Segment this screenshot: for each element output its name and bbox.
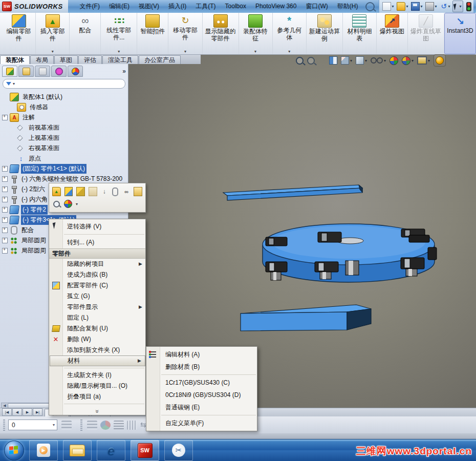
menu-window[interactable]: 窗口(W) [301, 0, 332, 13]
bill-of-materials-button[interactable]: 材料明细表 [343, 13, 377, 54]
zoom-fit-button[interactable] [296, 57, 304, 65]
instant3d-button[interactable]: ↘Instant3D [444, 13, 476, 54]
tab-featuremanager[interactable] [2, 66, 17, 77]
tab-assembly[interactable]: 装配体 [0, 55, 30, 64]
menu-create-new-folder[interactable]: 生成新文件夹 (I) [63, 370, 145, 381]
menu-invert-selection[interactable]: 逆转选择 (V) [63, 220, 145, 233]
save-button[interactable]: ▾ [410, 1, 423, 12]
submenu-edit-material[interactable]: 编辑材料 (A) [160, 348, 257, 361]
insert-components-button[interactable]: ▲插入零部件▾ [36, 13, 70, 54]
print-button[interactable]: ▾ [424, 1, 438, 12]
tab-displaymanager[interactable] [68, 66, 83, 77]
smart-fasteners-button[interactable]: 智能扣件 [137, 13, 168, 54]
traffic-light-icon[interactable] [466, 2, 471, 11]
expand-toggle[interactable] [2, 238, 8, 243]
tree-item-right-plane[interactable]: 右视基准面 [0, 143, 128, 153]
tab-first-button[interactable]: |◀ [2, 408, 12, 416]
reference-geometry-button[interactable]: *参考几何体▾ [273, 13, 307, 54]
expand-toggle[interactable] [2, 176, 8, 182]
section-view-button[interactable] [329, 56, 337, 65]
tab-next-button[interactable]: ▶ [23, 408, 32, 416]
tree-filter-input[interactable]: ▾ [3, 79, 125, 89]
magnify-button[interactable] [318, 59, 326, 62]
menu-hide-show-tree-items[interactable]: 隐藏/显示树项目... (O) [63, 381, 145, 391]
layer-combo[interactable]: 0▾ [8, 420, 57, 430]
tree-item-annotations[interactable]: A注解 [0, 112, 128, 122]
expand-toggle[interactable] [2, 227, 8, 233]
tree-item-assembly-root[interactable]: 装配体1 (默认) [0, 92, 128, 102]
tree-item-part1[interactable]: (固定) 零件1<1> (默认) [0, 163, 128, 174]
expand-toggle[interactable] [2, 207, 8, 213]
tab-prev-button[interactable]: ◀ [12, 408, 22, 416]
menu-file[interactable]: 文件(F) [75, 0, 104, 13]
taskbar-explorer[interactable] [63, 440, 92, 461]
insert-below-icon[interactable]: ↓ [101, 187, 109, 196]
component-properties-icon[interactable] [134, 187, 142, 196]
tree-item-sensors[interactable]: 传感器 [0, 102, 128, 112]
tab-dimxpert[interactable] [51, 66, 67, 77]
zoom-area-button[interactable] [307, 57, 315, 65]
expand-toggle[interactable] [2, 197, 8, 202]
suppress-icon[interactable] [89, 187, 97, 196]
search-icon[interactable] [365, 2, 375, 11]
scroll-left-icon[interactable]: ◀ [2, 404, 8, 408]
tab-last-button[interactable]: ▶| [33, 408, 42, 416]
expand-toggle[interactable] [2, 217, 8, 223]
tab-render-tools[interactable]: 渲染工具 [102, 55, 138, 64]
tab-configurationmanager[interactable] [35, 66, 50, 77]
scrollbar-thumb[interactable] [8, 403, 55, 408]
submenu-remove-material[interactable]: 删除材质 (B) [160, 361, 257, 373]
edit-part-icon[interactable] [64, 187, 73, 196]
menu-copy-with-mates[interactable]: 随配合复制 (U) [63, 323, 145, 334]
submenu-customize-menu[interactable]: 自定义菜单(F) [160, 417, 257, 429]
tab-office-products[interactable]: 办公室产品 [139, 55, 181, 64]
display-style-button[interactable]: ▾ [356, 56, 367, 65]
appearance-dropdown-caret[interactable]: ▾ [76, 202, 78, 206]
hide-show-items-button[interactable]: ▾ [371, 57, 386, 64]
menu-tools[interactable]: 工具(T) [191, 0, 220, 13]
taskbar-solidworks[interactable]: SW [131, 440, 159, 461]
menu-edit[interactable]: 编辑(E) [104, 0, 134, 13]
menu-collapse-items[interactable]: 折叠项目 (a) [63, 391, 145, 402]
menu-toolbox[interactable]: Toolbox [221, 0, 251, 13]
menu-fix[interactable]: 固定 (L) [63, 312, 145, 323]
menu-insert[interactable]: 插入(I) [164, 0, 191, 13]
exploded-view-button[interactable]: ↗爆炸视图 [377, 13, 408, 54]
view-mates-icon[interactable]: ∞ [123, 187, 131, 196]
tab-evaluate[interactable]: 评估 [78, 55, 102, 64]
taskbar-internet-explorer[interactable]: e [97, 440, 125, 461]
expand-toggle[interactable] [2, 115, 8, 120]
menu-photoview[interactable]: PhotoView 360 [251, 0, 301, 13]
panel-overflow-chevron[interactable]: » [122, 68, 126, 75]
linear-pattern-button[interactable]: ∷∷线性零部件...▾ [101, 13, 137, 54]
tab-sketch[interactable]: 草图 [54, 55, 78, 64]
apply-scene-button[interactable]: ▾ [402, 56, 414, 65]
tree-item-top-plane[interactable]: 上视基准面 [0, 133, 128, 143]
submenu-material-0cr18ni9[interactable]: 0Cr18Ni9 (GB)/SUS304 (D) [160, 389, 257, 401]
undo-button[interactable]: ↺▾ [439, 1, 451, 12]
attachment-icon[interactable] [112, 187, 119, 196]
preview-window-button[interactable] [434, 54, 446, 67]
menu-material[interactable]: 材料▶ [50, 355, 145, 366]
menu-component-display[interactable]: 零部件显示▶ [63, 302, 145, 312]
expand-toggle[interactable] [2, 186, 8, 192]
layer-properties-icon[interactable] [61, 421, 72, 430]
select-button[interactable]: ▾ [452, 1, 463, 12]
open-part-icon[interactable]: ▲ [52, 187, 61, 196]
menu-make-virtual[interactable]: 使成为虚拟 (B) [63, 269, 145, 280]
expand-toggle[interactable] [2, 248, 8, 254]
view-orientation-button[interactable]: ▾ [341, 56, 352, 65]
menu-expand-chevron[interactable]: » [49, 406, 145, 414]
zoom-to-selection-icon[interactable] [52, 200, 60, 208]
new-motion-study-button[interactable]: 新建运动算例 [307, 13, 343, 54]
assembly-features-button[interactable]: 装配体特征▾ [239, 13, 273, 54]
menu-delete[interactable]: ✕删除 (W) [63, 334, 145, 345]
open-button[interactable]: ▾ [396, 1, 409, 12]
tree-item-hex-bolt[interactable]: (-) 六角头螺栓全螺纹 GB-T 5783-200 [0, 174, 128, 184]
appearance-icon[interactable] [64, 200, 72, 208]
show-hidden-components-button[interactable]: 显示隐藏的零部件 [203, 13, 239, 54]
tree-item-origin[interactable]: ↕原点 [0, 153, 128, 163]
tree-item-front-plane[interactable]: 前视基准面 [0, 122, 128, 133]
submenu-material-plain-carbon-steel[interactable]: 普通碳钢 (E) [160, 401, 257, 413]
taskbar-snipping-tool[interactable]: ✂ [164, 440, 193, 461]
